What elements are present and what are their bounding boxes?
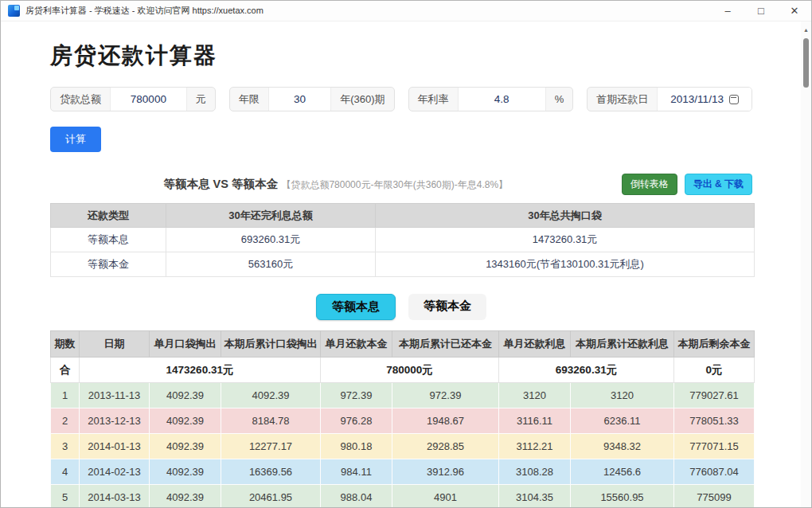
first-payment-date-field-group: 首期还款日 2013/11/13 (587, 87, 752, 111)
schedule-total-row: 合 1473260.31元 780000元 693260.31元 0元 (51, 358, 755, 383)
schedule-cell: 2013-11-13 (80, 383, 150, 408)
rate-unit: % (546, 88, 573, 111)
tab-equal-principal[interactable]: 等额本金 (408, 294, 486, 320)
years-input-wrap (268, 88, 331, 111)
calculate-button[interactable]: 计算 (50, 127, 101, 152)
loan-amount-input[interactable] (111, 93, 186, 105)
schedule-cell: 2014-03-13 (80, 485, 150, 508)
schedule-cell: 3120 (499, 383, 571, 408)
app-window: 房贷利率计算器 - 学税速达 - 欢迎访问官网 https://xuetax.c… (0, 0, 812, 508)
app-logo-icon (8, 5, 20, 17)
title-bar[interactable]: 房贷利率计算器 - 学税速达 - 欢迎访问官网 https://xuetax.c… (1, 1, 811, 21)
rate-field-group: 年利率 % (408, 87, 574, 111)
schedule-cell: 3112.21 (499, 434, 571, 459)
schedule-row: 42014-02-134092.3916369.56984.113912.963… (51, 459, 755, 485)
schedule-cell: 778051.33 (674, 408, 755, 434)
input-form: 贷款总额 元 年限 年(360)期 年利率 (50, 87, 752, 111)
schedule-cell: 776087.04 (674, 459, 755, 485)
first-payment-date-value: 2013/11/13 (670, 93, 724, 105)
schedule-header-cell: 单月还款本金 (321, 331, 392, 358)
schedule-cell: 980.18 (321, 434, 392, 459)
schedule-cell: 12277.17 (221, 434, 321, 459)
close-button[interactable]: ✕ (778, 1, 811, 21)
schedule-cell: 4092.39 (221, 383, 321, 408)
comparison-title-wrap: 等额本息 VS 等额本金 【贷款总额780000元-年限30年(共360期)-年… (50, 177, 622, 192)
schedule-cell: 8184.78 (221, 408, 321, 434)
maximize-button[interactable]: □ (744, 1, 778, 21)
schedule-row: 52014-03-134092.3920461.95988.0449013104… (51, 485, 755, 508)
schedule-cell: 3912.96 (392, 459, 499, 485)
schedule-cell: 1 (51, 383, 80, 408)
schedule-cell: 779027.61 (674, 383, 755, 408)
total-interest: 693260.31元 (499, 358, 674, 383)
schedule-cell: 775099 (674, 485, 755, 508)
export-download-button[interactable]: 导出 & 下载 (685, 174, 752, 195)
schedule-header-cell: 本期后累计已还本金 (392, 331, 499, 358)
loan-amount-input-wrap (110, 88, 187, 111)
loan-amount-field-group: 贷款总额 元 (50, 87, 216, 111)
schedule-cell: 1948.67 (392, 408, 499, 434)
schedule-cell: 3120 (571, 383, 674, 408)
comparison-subtitle: 【贷款总额780000元-年限30年(共360期)-年息4.8%】 (281, 179, 508, 190)
summary-cell: 等额本息 (51, 228, 166, 252)
reverse-table-button[interactable]: 倒转表格 (622, 174, 677, 195)
schedule-cell: 16369.56 (221, 459, 321, 485)
schedule-cell: 984.11 (321, 459, 392, 485)
schedule-header-cell: 单月还款利息 (499, 331, 571, 358)
rate-input[interactable] (459, 93, 545, 105)
window-title: 房贷利率计算器 - 学税速达 - 欢迎访问官网 https://xuetax.c… (25, 5, 264, 17)
scrollbar-thumb[interactable] (803, 38, 809, 88)
schedule-header-cell: 本期后剩余本金 (674, 331, 755, 358)
comparison-title: 等额本息 VS 等额本金 (164, 178, 278, 190)
page-title: 房贷还款计算器 (50, 41, 752, 71)
schedule-cell: 988.04 (321, 485, 392, 508)
loan-amount-label: 贷款总额 (51, 88, 110, 111)
total-remaining: 0元 (674, 358, 755, 383)
summary-cell: 693260.31元 (166, 228, 376, 252)
summary-row: 等额本金563160元1343160元(节省130100.31元利息) (51, 252, 755, 277)
years-input[interactable] (269, 93, 330, 105)
total-paid: 1473260.31元 (80, 358, 321, 383)
schedule-cell: 2014-02-13 (80, 459, 150, 485)
schedule-table-header-row: 期数日期单月口袋掏出本期后累计口袋掏出单月还款本金本期后累计已还本金单月还款利息… (51, 331, 755, 358)
rate-input-wrap (458, 88, 546, 111)
minimize-button[interactable]: – (711, 1, 744, 21)
schedule-cell: 4092.39 (150, 408, 221, 434)
schedule-cell: 777071.15 (674, 434, 755, 459)
scrollbar[interactable]: ▲ (801, 21, 811, 507)
summary-header-cell: 30年总共掏口袋 (376, 204, 755, 228)
summary-cell: 563160元 (166, 252, 376, 277)
schedule-header-cell: 单月口袋掏出 (150, 331, 221, 358)
schedule-cell: 4901 (392, 485, 499, 508)
schedule-header-cell: 本期后累计口袋掏出 (221, 331, 321, 358)
schedule-cell: 976.28 (321, 408, 392, 434)
summary-header-cell: 30年还完利息总额 (166, 204, 376, 228)
first-payment-date-label: 首期还款日 (588, 88, 657, 111)
calendar-icon[interactable] (729, 95, 739, 104)
summary-row: 等额本息693260.31元1473260.31元 (51, 228, 755, 252)
years-field-group: 年限 年(360)期 (229, 87, 395, 111)
years-label: 年限 (230, 88, 268, 111)
window-controls: – □ ✕ (711, 1, 811, 21)
schedule-cell: 972.39 (321, 383, 392, 408)
total-label: 合 (51, 358, 80, 383)
schedule-header-cell: 日期 (80, 331, 150, 358)
schedule-row: 12013-11-134092.394092.39972.39972.39312… (51, 383, 755, 408)
content-area: ▲ 房贷还款计算器 贷款总额 元 年限 年(36 (1, 21, 811, 507)
schedule-cell: 2 (51, 408, 80, 434)
schedule-cell: 4 (51, 459, 80, 485)
schedule-cell: 12456.6 (571, 459, 674, 485)
tab-equal-installment[interactable]: 等额本息 (316, 294, 396, 320)
schedule-cell: 2013-12-13 (80, 408, 150, 434)
schedule-cell: 20461.95 (221, 485, 321, 508)
scroll-up-arrow-icon[interactable]: ▲ (801, 21, 811, 33)
comparison-header: 等额本息 VS 等额本金 【贷款总额780000元-年限30年(共360期)-年… (50, 174, 752, 195)
schedule-tabs: 等额本息 等额本金 (50, 294, 752, 320)
summary-header-cell: 还款类型 (51, 204, 166, 228)
total-principal: 780000元 (321, 358, 499, 383)
summary-cell: 等额本金 (51, 252, 166, 277)
schedule-table: 期数日期单月口袋掏出本期后累计口袋掏出单月还款本金本期后累计已还本金单月还款利息… (50, 330, 755, 507)
schedule-cell: 3104.35 (499, 485, 571, 508)
comparison-table-header-row: 还款类型30年还完利息总额30年总共掏口袋 (51, 204, 755, 228)
first-payment-date-input[interactable]: 2013/11/13 (657, 88, 751, 111)
